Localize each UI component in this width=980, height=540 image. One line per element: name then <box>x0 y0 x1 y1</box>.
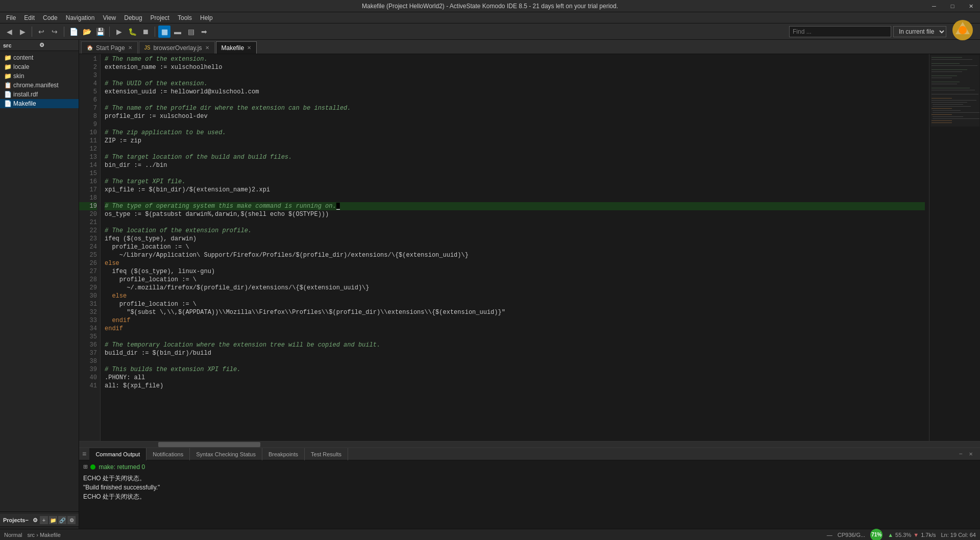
proj-btn1[interactable]: + <box>40 516 48 524</box>
tab-test-results[interactable]: Test Results <box>305 448 348 460</box>
code-line: # The location of the extension profile. <box>105 227 925 235</box>
code-line: # The temporary location where the exten… <box>105 341 925 349</box>
output-line-1: ECHO 处于关闭状态。 <box>83 474 976 483</box>
toolbar: ◀ ▶ ↩ ↪ 📄 📂 💾 ▶ 🐛 ⏹ ▦ ▬ ▤ ➡ In current f… <box>0 23 980 40</box>
code-line: ~/.mozilla/firefox/$(profile_dir)/extens… <box>105 284 925 292</box>
menu-debug[interactable]: Debug <box>120 13 146 22</box>
code-line: # This builds the extension XPI file. <box>105 365 925 374</box>
proj-btn3[interactable]: 🔗 <box>58 516 66 524</box>
code-line: ifeq ($(os_type), linux-gnu) <box>105 267 925 276</box>
tab-close-makefile[interactable]: ✕ <box>247 45 251 51</box>
search-input[interactable] <box>789 26 891 37</box>
code-line: bin_dir := ../bin <box>105 161 925 169</box>
bottom-panel-controls: − ✕ <box>955 449 980 459</box>
output-line-3: ECHO 处于关闭状态。 <box>83 492 976 501</box>
window-title: Makefile (Project HelloWorld2) - ActiveS… <box>362 3 618 10</box>
menu-help[interactable]: Help <box>196 13 217 22</box>
tab-command-output[interactable]: Command Output <box>89 448 146 460</box>
menu-edit[interactable]: Edit <box>20 13 39 22</box>
zoom-indicator: 71% <box>870 529 883 541</box>
projects-label: Projects <box>3 517 25 523</box>
close-bottom-button[interactable]: ✕ <box>966 449 976 459</box>
code-line: ~/Library/Application\ Support/Firefox/P… <box>105 251 925 259</box>
back-button[interactable]: ◀ <box>3 26 15 38</box>
file-item-manifest[interactable]: 📋 chrome.manifest <box>0 81 79 90</box>
file-tree: 📁 content 📁 locale 📁 skin 📋 chrome.manif… <box>0 51 79 511</box>
horizontal-scrollbar[interactable] <box>79 441 980 447</box>
code-line: # The name of the profile dir where the … <box>105 104 925 112</box>
code-line: ZIP := zip <box>105 137 925 145</box>
bottom-tab-bar: ≡ Command Output Notifications Syntax Ch… <box>79 448 980 460</box>
code-line: profile_location := \ <box>105 243 925 251</box>
menu-code[interactable]: Code <box>39 13 62 22</box>
view-btn4[interactable]: ➡ <box>198 26 210 38</box>
tab-close-browser[interactable]: ✕ <box>205 45 209 51</box>
sidebar-header: src ⚙ <box>0 40 79 51</box>
scroll-thumb[interactable] <box>158 442 260 447</box>
tab-bar: 🏠 Start Page ✕ JS browserOverlay.js ✕ Ma… <box>79 40 980 54</box>
tab-browser-overlay[interactable]: JS browserOverlay.js ✕ <box>139 41 215 54</box>
search-scope-dropdown[interactable]: In current file <box>893 26 946 37</box>
projects-header[interactable]: Projects − ⚙ + 📁 🔗 ⚙ <box>0 514 79 527</box>
file-item-locale[interactable]: 📁 locale <box>0 62 79 71</box>
file-item-content[interactable]: 📁 content <box>0 53 79 62</box>
js-icon: JS <box>144 45 151 51</box>
code-line: build_dir := $(bin_dir)/build <box>105 349 925 357</box>
zoom-value: 71% <box>871 532 881 537</box>
projects-gear-icon[interactable]: ⚙ <box>33 517 38 524</box>
run-button[interactable]: ▶ <box>113 26 125 38</box>
minimize-bottom-button[interactable]: − <box>955 449 966 459</box>
tab-makefile[interactable]: Makefile ✕ <box>216 41 257 54</box>
list-icon[interactable]: ≡ <box>82 450 86 458</box>
tab-close-start[interactable]: ✕ <box>128 45 132 51</box>
tab-label: Command Output <box>95 451 140 457</box>
file-label: skin <box>13 72 24 80</box>
code-line: profile_dir := xulschool-dev <box>105 112 925 120</box>
code-line <box>105 333 925 341</box>
menu-bar: File Edit Code Navigation View Debug Pro… <box>0 12 980 23</box>
minimap-content <box>929 54 980 324</box>
tab-start-page[interactable]: 🏠 Start Page ✕ <box>81 41 138 54</box>
open-button[interactable]: 📂 <box>81 26 93 38</box>
view-btn1[interactable]: ▦ <box>158 26 170 38</box>
code-line: # The name of the extension. <box>105 55 925 63</box>
view-btn2[interactable]: ▬ <box>172 26 184 38</box>
code-line <box>105 71 925 80</box>
proj-btn2[interactable]: 📁 <box>49 516 57 524</box>
tab-notifications[interactable]: Notifications <box>146 448 190 460</box>
debug-button[interactable]: 🐛 <box>126 26 138 38</box>
menu-view[interactable]: View <box>99 13 120 22</box>
undo-button[interactable]: ↩ <box>35 26 47 38</box>
forward-button[interactable]: ▶ <box>16 26 29 38</box>
menu-tools[interactable]: Tools <box>174 13 196 22</box>
make-status: make: returned 0 <box>99 462 145 472</box>
filter-icon[interactable]: ⊞ <box>83 462 87 472</box>
maximize-button[interactable]: □ <box>943 0 962 12</box>
code-line <box>105 357 925 365</box>
file-item-rdf[interactable]: 📄 install.rdf <box>0 90 79 99</box>
menu-project[interactable]: Project <box>146 13 174 22</box>
menu-navigation[interactable]: Navigation <box>62 13 99 22</box>
close-button[interactable]: ✕ <box>962 0 980 12</box>
view-btn3[interactable]: ▤ <box>185 26 197 38</box>
sidebar-title: src <box>3 42 39 48</box>
bottom-panel: ≡ Command Output Notifications Syntax Ch… <box>79 447 980 529</box>
sidebar-gear-icon[interactable]: ⚙ <box>39 42 76 48</box>
new-button[interactable]: 📄 <box>67 26 80 38</box>
redo-button[interactable]: ↪ <box>48 26 61 38</box>
code-line <box>105 145 925 153</box>
code-editor[interactable]: 123 456 789 101112 131415 161718 192021 … <box>79 54 980 441</box>
code-line: profile_location := \ <box>105 276 925 284</box>
stop-button[interactable]: ⏹ <box>139 26 152 38</box>
file-item-makefile[interactable]: 📄 Makefile <box>0 99 79 108</box>
makefile-icon: 📄 <box>4 100 11 107</box>
proj-btn4[interactable]: ⚙ <box>67 516 76 524</box>
tab-breakpoints[interactable]: Breakpoints <box>262 448 305 460</box>
tab-syntax-checking[interactable]: Syntax Checking Status <box>190 448 262 460</box>
output-line-2: "Build finished successfully." <box>83 483 976 492</box>
menu-file[interactable]: File <box>2 13 20 22</box>
code-content[interactable]: # The name of the extension. extension_n… <box>101 54 929 441</box>
save-button[interactable]: 💾 <box>94 26 106 38</box>
file-item-skin[interactable]: 📁 skin <box>0 71 79 81</box>
minimize-button[interactable]: ─ <box>925 0 943 12</box>
